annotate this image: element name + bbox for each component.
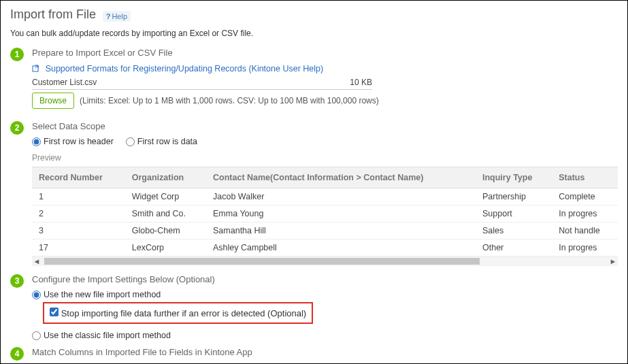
supported-formats-link[interactable]: Supported Formats for Registering/Updati… xyxy=(46,64,324,73)
table-cell: In progres xyxy=(552,239,618,257)
radio-header-label: First row is header xyxy=(44,137,114,146)
table-cell: 1 xyxy=(32,188,125,205)
preview-table-wrap: Record Number Organization Contact Name(… xyxy=(32,167,618,266)
step-2-title: Select Data Scope xyxy=(32,121,618,131)
file-limits-text: (Limits: Excel: Up to 1 MB with 1,000 ro… xyxy=(80,96,379,105)
table-cell: Widget Corp xyxy=(125,188,206,205)
help-link[interactable]: ?Help xyxy=(103,11,131,22)
table-cell: In progres xyxy=(552,205,618,222)
svg-rect-0 xyxy=(33,66,38,71)
radio-first-row-header[interactable]: First row is header xyxy=(32,137,114,146)
checkbox-stop-label: Stop importing file data further if an e… xyxy=(61,308,307,318)
table-row: 2Smith and Co.Emma YoungSupportIn progre… xyxy=(32,205,618,222)
page-subtitle: You can bulk add/update records by impor… xyxy=(10,29,618,38)
preview-table: Record Number Organization Contact Name(… xyxy=(32,167,618,257)
horizontal-scrollbar[interactable]: ◄ ► xyxy=(32,257,618,266)
radio-new-input[interactable] xyxy=(32,291,41,299)
radio-data-input[interactable] xyxy=(126,137,135,146)
table-cell: Jacob Walker xyxy=(206,188,476,205)
external-link-icon xyxy=(32,65,40,73)
col-header: Record Number xyxy=(32,167,125,188)
table-cell: Samantha Hill xyxy=(206,222,476,239)
table-cell: Complete xyxy=(552,188,618,205)
preview-label: Preview xyxy=(32,153,618,163)
table-cell: LexCorp xyxy=(125,239,206,257)
col-header: Contact Name(Contact Information > Conta… xyxy=(206,167,476,188)
radio-classic-method[interactable]: Use the classic file import method xyxy=(32,331,618,340)
scroll-left-arrow[interactable]: ◄ xyxy=(32,257,42,266)
step-4-title: Match Columns in Imported File to Fields… xyxy=(32,347,618,357)
checkbox-stop-input[interactable] xyxy=(50,308,59,316)
step-3-title: Configure the Import Settings Below (Opt… xyxy=(32,274,618,284)
scroll-thumb[interactable] xyxy=(44,258,480,265)
radio-data-label: First row is data xyxy=(137,137,197,146)
table-cell: Globo-Chem xyxy=(125,222,206,239)
table-row: 1Widget CorpJacob WalkerPartnershipCompl… xyxy=(32,188,618,205)
help-icon: ? xyxy=(106,12,111,20)
table-cell: 17 xyxy=(32,239,125,257)
checkbox-stop-on-error[interactable]: Stop importing file data further if an e… xyxy=(50,308,306,318)
radio-first-row-data[interactable]: First row is data xyxy=(126,137,197,146)
help-label: Help xyxy=(112,12,127,20)
scroll-right-arrow[interactable]: ► xyxy=(608,257,618,266)
table-cell: Partnership xyxy=(476,188,552,205)
step-3-badge: 3 xyxy=(10,274,24,288)
radio-header-input[interactable] xyxy=(32,137,41,146)
table-cell: 2 xyxy=(32,205,125,222)
uploaded-file-size: 10 KB xyxy=(350,78,372,87)
col-header: Status xyxy=(552,167,618,188)
uploaded-file-name: Customer List.csv xyxy=(32,78,97,87)
col-header: Inquiry Type xyxy=(476,167,552,188)
radio-classic-label: Use the classic file import method xyxy=(44,331,171,340)
table-row: 3Globo-ChemSamantha HillSalesNot handle xyxy=(32,222,618,239)
step-1-badge: 1 xyxy=(10,48,24,61)
radio-new-method[interactable]: Use the new file import method xyxy=(32,290,618,299)
radio-classic-input[interactable] xyxy=(32,331,41,340)
table-cell: Emma Young xyxy=(206,205,476,222)
step-1-title: Prepare to Import Excel or CSV File xyxy=(32,48,618,58)
radio-new-label: Use the new file import method xyxy=(44,290,161,299)
page-title: Import from File xyxy=(10,7,96,22)
step-4-badge: 4 xyxy=(10,347,24,361)
table-cell: 3 xyxy=(32,222,125,239)
col-header: Organization xyxy=(125,167,206,188)
table-cell: Not handle xyxy=(552,222,618,239)
table-row: 17LexCorpAshley CampbellOtherIn progres xyxy=(32,239,618,257)
table-cell: Sales xyxy=(476,222,552,239)
highlight-box: Stop importing file data further if an e… xyxy=(43,302,313,324)
step-2-badge: 2 xyxy=(10,121,24,135)
table-cell: Smith and Co. xyxy=(125,205,206,222)
table-cell: Ashley Campbell xyxy=(206,239,476,257)
browse-button[interactable]: Browse xyxy=(32,93,74,109)
table-cell: Other xyxy=(476,239,552,257)
table-cell: Support xyxy=(476,205,552,222)
